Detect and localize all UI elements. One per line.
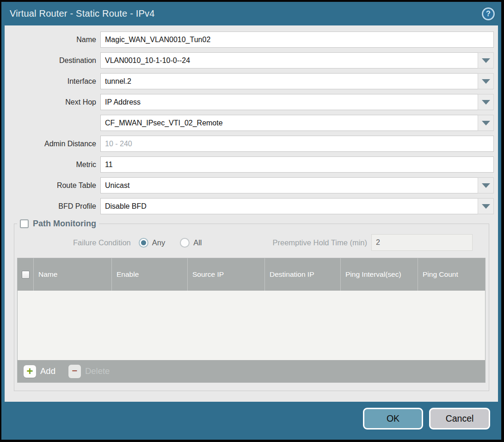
next-hop-address-row [5,115,494,131]
chevron-down-icon [482,79,490,84]
radio-all-label: All [193,238,202,247]
failure-condition-all-option[interactable]: All [180,238,202,248]
route-table-row: Route Table [5,177,494,193]
table-header-row: Name Enable Source IP Destination IP Pin… [18,258,485,291]
destination-input[interactable] [100,52,478,68]
cancel-button[interactable]: Cancel [429,408,490,430]
add-button[interactable]: + Add [24,365,55,378]
interface-dropdown-button[interactable] [478,73,494,89]
radio-any-label: Any [152,238,165,247]
metric-input[interactable] [100,156,494,173]
name-label: Name [5,36,96,44]
bfd-profile-dropdown-button[interactable] [478,198,494,214]
delete-button[interactable]: − Delete [68,365,110,378]
table-body-empty [18,291,485,360]
column-header-destination-ip: Destination IP [264,258,340,291]
next-hop-address-dropdown-button[interactable] [478,115,494,131]
failure-condition-row: Failure Condition Any All Preemptive Hol… [17,234,486,251]
bfd-profile-label: BFD Profile [5,202,96,211]
dialog-content: Name Destination Interface [5,25,498,402]
ok-button[interactable]: OK [363,408,423,430]
add-button-label: Add [40,366,55,376]
chevron-down-icon [482,121,490,125]
bfd-profile-input[interactable] [100,198,478,214]
metric-row: Metric [5,156,494,173]
column-header-source-ip: Source IP [187,258,264,291]
column-header-enable: Enable [111,258,187,291]
next-hop-row: Next Hop [5,94,494,110]
failure-condition-label: Failure Condition [73,238,131,247]
chevron-down-icon [482,100,490,105]
route-table-label: Route Table [5,181,96,190]
column-header-ping-count: Ping Count [418,258,485,291]
column-header-ping-interval: Ping Interval(sec) [340,258,418,291]
path-monitoring-title: Path Monitoring [33,219,96,229]
select-all-checkbox[interactable] [22,271,30,279]
help-icon[interactable]: ? [482,7,495,20]
path-monitoring-section: Path Monitoring Failure Condition Any Al… [14,219,489,391]
name-input[interactable] [100,31,494,48]
radio-any[interactable] [139,238,148,248]
dialog-title: Virtual Router - Static Route - IPv4 [10,8,482,19]
path-monitoring-checkbox[interactable] [20,219,29,228]
admin-distance-label: Admin Distance [5,140,96,148]
route-table-input[interactable] [100,177,478,193]
bfd-profile-row: BFD Profile [5,198,494,214]
footer-bar: OK Cancel [1,402,501,440]
add-icon: + [24,365,36,378]
column-header-name: Name [33,258,111,291]
next-hop-address-input[interactable] [100,115,478,131]
path-monitoring-legend: Path Monitoring [17,219,99,229]
destination-dropdown-button[interactable] [478,52,494,68]
dialog-window: Virtual Router - Static Route - IPv4 ? N… [1,2,501,440]
interface-input[interactable] [100,73,478,89]
interface-label: Interface [5,77,96,86]
next-hop-dropdown-button[interactable] [478,94,494,110]
admin-distance-input[interactable] [100,136,494,152]
delete-icon: − [68,365,81,378]
title-bar: Virtual Router - Static Route - IPv4 ? [1,2,501,25]
next-hop-label: Next Hop [5,98,96,106]
path-monitoring-table: Name Enable Source IP Destination IP Pin… [17,258,486,383]
preemptive-hold-time-label: Preemptive Hold Time (min) [273,238,367,247]
failure-condition-any-option[interactable]: Any [139,238,165,248]
metric-label: Metric [5,161,96,169]
delete-button-label: Delete [85,366,110,376]
destination-row: Destination [5,52,494,68]
route-table-dropdown-button[interactable] [478,177,494,193]
chevron-down-icon [482,58,490,63]
chevron-down-icon [482,183,490,188]
chevron-down-icon [482,204,490,209]
table-toolbar: + Add − Delete [18,360,485,382]
name-row: Name [5,31,494,48]
preemptive-hold-time-input[interactable] [371,234,473,251]
admin-distance-row: Admin Distance [5,136,494,152]
interface-row: Interface [5,73,494,89]
destination-label: Destination [5,56,96,65]
radio-all[interactable] [180,238,190,248]
next-hop-type-input[interactable] [100,94,478,110]
failure-condition-radio-group: Any All [131,238,202,248]
